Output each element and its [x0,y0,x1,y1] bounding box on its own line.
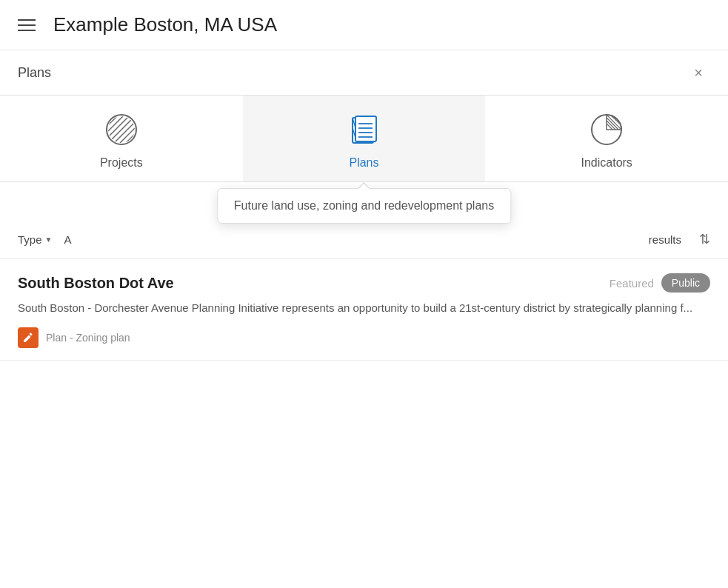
result-title[interactable]: South Boston Dot Ave [18,275,610,292]
filter-row: Type ▼ A results ⇅ [0,221,728,258]
tab-indicators-label: Indicators [581,156,632,170]
tab-indicators[interactable]: Indicators [485,96,728,181]
hamburger-menu-icon[interactable] [18,19,36,31]
area-filter[interactable]: A [64,233,71,246]
projects-icon [102,110,141,149]
plans-icon [345,110,384,149]
result-description: South Boston - Dorchester Avenue Plannin… [18,300,710,317]
pencil-icon [23,333,33,343]
plan-type-icon [18,327,39,348]
result-meta: Plan - Zoning plan [18,327,710,348]
type-filter[interactable]: Type ▼ [18,233,52,246]
tab-projects-label: Projects [100,156,143,170]
search-bar-row: Plans × [0,50,728,96]
tabs-row: Projects Plans [0,96,728,182]
indicators-icon [587,110,626,149]
featured-label: Featured [610,277,654,290]
result-card-header: South Boston Dot Ave Featured Public [18,273,710,293]
result-card: South Boston Dot Ave Featured Public Sou… [0,258,728,361]
tab-plans[interactable]: Plans [243,96,486,181]
type-filter-label: Type [18,233,42,246]
results-count: results [649,233,681,246]
sort-icon[interactable]: ⇅ [699,231,710,247]
search-label: Plans [18,65,687,81]
svg-line-2 [108,116,135,143]
public-badge: Public [661,273,710,293]
tooltip-text: Future land use, zoning and redevelopmen… [234,199,494,212]
tab-plans-label: Plans [349,156,378,170]
chevron-down-icon: ▼ [45,235,53,244]
meta-type-text: Plan - Zoning plan [46,332,130,344]
close-button[interactable]: × [687,61,710,84]
page-title: Example Boston, MA USA [53,13,277,36]
tooltip-bubble: Future land use, zoning and redevelopmen… [217,188,511,224]
svg-line-26 [607,124,612,130]
header: Example Boston, MA USA [0,0,728,50]
tab-projects[interactable]: Projects [0,96,243,181]
